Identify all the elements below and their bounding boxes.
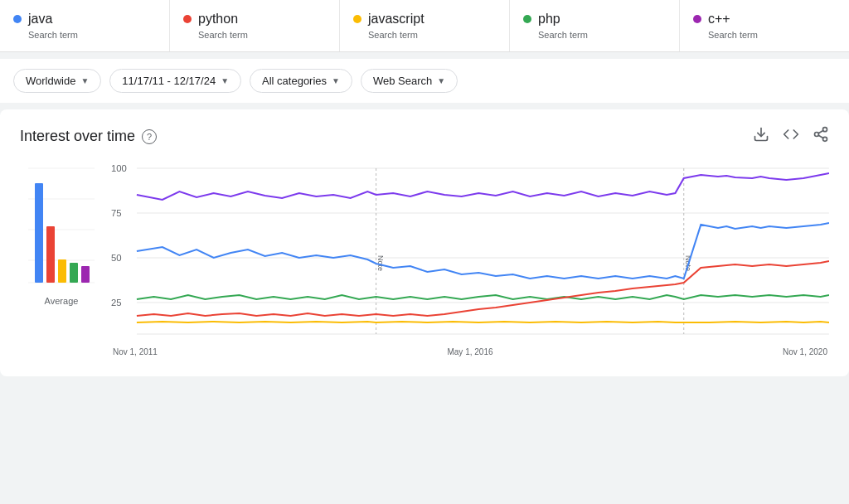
- bar-chart-svg: [28, 160, 95, 293]
- filter-region[interactable]: Worldwide ▼: [13, 69, 101, 93]
- filter-search-type[interactable]: Web Search ▼: [361, 69, 458, 93]
- x-label-1: Nov 1, 2011: [113, 347, 158, 356]
- search-term-php[interactable]: php Search term: [510, 0, 680, 51]
- chart-x-labels: Nov 1, 2011 May 1, 2016 Nov 1, 2020: [111, 347, 829, 356]
- svg-rect-11: [35, 183, 43, 283]
- filter-label-date: 11/17/11 - 12/17/24: [122, 75, 216, 87]
- term-name-java: java: [13, 12, 156, 27]
- chevron-down-icon: ▼: [221, 76, 229, 85]
- term-name-javascript: javascript: [353, 12, 496, 27]
- filter-category[interactable]: All categories ▼: [250, 69, 352, 93]
- svg-line-4: [818, 135, 823, 138]
- search-term-java[interactable]: java Search term: [0, 0, 170, 51]
- term-name-python: python: [183, 12, 326, 27]
- share-icon[interactable]: [813, 126, 829, 147]
- dot-javascript: [353, 15, 361, 23]
- term-name-c++: c++: [693, 12, 836, 27]
- dot-php: [523, 15, 531, 23]
- term-label-java: Search term: [28, 30, 156, 40]
- dot-c++: [693, 15, 701, 23]
- svg-rect-15: [81, 266, 90, 283]
- chart-actions: [753, 126, 829, 147]
- x-label-2: May 1, 2016: [447, 347, 492, 356]
- chart-header: Interest over time ?: [20, 126, 829, 147]
- term-name-php: php: [523, 12, 666, 27]
- dot-python: [183, 15, 192, 23]
- search-term-javascript[interactable]: javascript Search term: [340, 0, 510, 51]
- filter-label-category: All categories: [262, 75, 327, 87]
- search-terms-bar: java Search term python Search term java…: [0, 0, 849, 52]
- term-label-c++: Search term: [708, 30, 836, 40]
- filter-label-search-type: Web Search: [373, 75, 432, 87]
- line-chart-wrapper: 100 75 50 25 Note Note: [111, 160, 829, 356]
- code-icon[interactable]: [783, 126, 799, 147]
- svg-rect-12: [46, 226, 55, 283]
- help-icon[interactable]: ?: [142, 129, 157, 144]
- chart-title: Interest over time: [20, 128, 135, 145]
- dot-java: [13, 15, 22, 23]
- search-term-c++[interactable]: c++ Search term: [680, 0, 849, 51]
- average-bar-chart: Average: [20, 160, 103, 306]
- term-label-php: Search term: [538, 30, 666, 40]
- svg-rect-14: [70, 263, 78, 283]
- svg-text:75: 75: [111, 208, 122, 218]
- filter-label-region: Worldwide: [26, 75, 75, 87]
- chart-title-group: Interest over time ?: [20, 128, 157, 145]
- term-label-javascript: Search term: [368, 30, 496, 40]
- main-content: Interest over time ?: [0, 109, 849, 376]
- svg-text:50: 50: [111, 253, 122, 263]
- filter-date[interactable]: 11/17/11 - 12/17/24 ▼: [109, 69, 241, 93]
- svg-text:25: 25: [111, 298, 122, 308]
- chevron-down-icon: ▼: [332, 76, 340, 85]
- svg-rect-13: [58, 259, 66, 283]
- svg-text:100: 100: [111, 163, 127, 173]
- chevron-down-icon: ▼: [80, 76, 89, 85]
- chart-container: Average 100 75 50 25 Note Note: [20, 160, 829, 356]
- download-icon[interactable]: [753, 126, 769, 147]
- chevron-down-icon: ▼: [437, 76, 445, 85]
- svg-line-5: [818, 130, 823, 133]
- search-term-python[interactable]: python Search term: [170, 0, 340, 51]
- avg-label: Average: [45, 296, 79, 306]
- term-label-python: Search term: [198, 30, 326, 40]
- line-chart-svg: 100 75 50 25 Note Note: [111, 160, 829, 342]
- filters-bar: Worldwide ▼ 11/17/11 - 12/17/24 ▼ All ca…: [0, 59, 849, 103]
- x-label-3: Nov 1, 2020: [783, 347, 827, 356]
